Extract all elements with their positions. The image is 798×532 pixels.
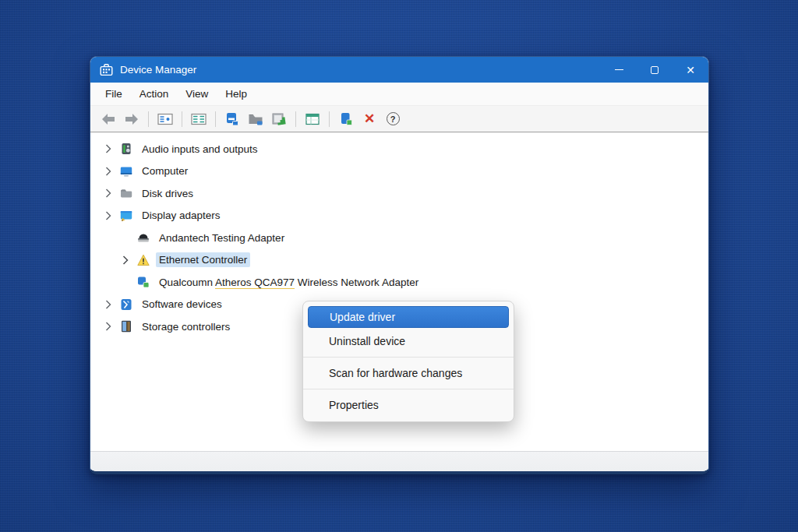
chevron-right-icon[interactable] bbox=[102, 188, 115, 198]
chevron-right-icon[interactable] bbox=[102, 322, 115, 331]
toolbar-separator bbox=[329, 111, 330, 127]
tree-item-disk-drives[interactable]: Disk drives bbox=[90, 182, 708, 205]
toolbar-separator bbox=[295, 111, 296, 127]
context-menu-item-update-driver[interactable]: Update driver bbox=[308, 306, 509, 328]
tree-item-label: Software devices bbox=[139, 297, 225, 312]
scan-hardware-icon bbox=[271, 111, 287, 127]
window-title: Device Manager bbox=[120, 64, 196, 76]
chevron-right-icon[interactable] bbox=[102, 211, 115, 220]
scan-hardware-button[interactable] bbox=[269, 109, 289, 129]
context-menu: Update driver Uninstall device Scan for … bbox=[302, 301, 514, 422]
uninstall-icon: ✕ bbox=[364, 112, 375, 125]
device-manager-icon bbox=[100, 63, 113, 76]
menu-view[interactable]: View bbox=[177, 85, 217, 103]
tree-item-andantech-adapter[interactable]: Andantech Testing Adapter bbox=[90, 227, 708, 249]
chevron-right-icon[interactable] bbox=[102, 167, 115, 176]
title-bar[interactable]: Device Manager ✕ bbox=[90, 57, 708, 83]
folder-icon bbox=[248, 111, 263, 127]
desktop-background: Device Manager ✕ File Action View Help bbox=[0, 0, 798, 532]
tree-item-label-selected: Ethernet Controller bbox=[156, 252, 250, 267]
context-menu-item-scan-hardware-changes[interactable]: Scan for hardware changes bbox=[308, 361, 509, 385]
computer-icon bbox=[224, 111, 240, 127]
display-adapter-icon bbox=[119, 210, 133, 222]
tree-item-qualcomm-wireless[interactable]: Qualcoumn Atheros QCA977 Wireless Networ… bbox=[90, 271, 708, 294]
menu-action[interactable]: Action bbox=[131, 85, 178, 103]
forward-icon bbox=[124, 111, 139, 127]
columns-icon bbox=[305, 111, 320, 127]
help-icon: ? bbox=[387, 112, 400, 125]
storage-controller-icon bbox=[119, 320, 133, 333]
folder-button[interactable] bbox=[245, 109, 266, 129]
tree-item-display-adapters[interactable]: Display adapters bbox=[90, 205, 708, 227]
close-button[interactable]: ✕ bbox=[673, 57, 708, 83]
update-driver-icon bbox=[338, 111, 354, 127]
help-button[interactable]: ? bbox=[383, 109, 403, 129]
tree-item-ethernet-controller[interactable]: Ethernet Controller bbox=[90, 249, 708, 272]
label-part-post: Wireless Network Adapter bbox=[295, 277, 418, 288]
chevron-right-icon[interactable] bbox=[102, 300, 115, 309]
columns-button[interactable] bbox=[302, 109, 323, 129]
list-view-button[interactable] bbox=[189, 109, 209, 129]
maximize-icon bbox=[651, 66, 659, 74]
forward-button[interactable] bbox=[122, 109, 142, 129]
tree-item-audio-inputs[interactable]: Audio inputs and outputs bbox=[90, 138, 708, 160]
toolbar-separator bbox=[148, 111, 149, 127]
adapter-icon bbox=[136, 231, 150, 244]
menu-help[interactable]: Help bbox=[217, 85, 256, 103]
chevron-right-icon[interactable] bbox=[102, 144, 115, 153]
network-adapter-icon bbox=[136, 276, 150, 288]
toolbar-separator bbox=[182, 111, 182, 127]
tree-item-label: Disk drives bbox=[139, 186, 196, 201]
tree-item-computer[interactable]: Computer bbox=[90, 160, 708, 183]
chevron-right-icon[interactable] bbox=[119, 255, 132, 265]
tree-item-label: Audio inputs and outputs bbox=[139, 142, 261, 157]
window-controls: ✕ bbox=[601, 57, 708, 83]
back-button[interactable] bbox=[98, 109, 118, 129]
menu-file[interactable]: File bbox=[97, 85, 131, 103]
list-view-icon bbox=[191, 111, 207, 127]
minimize-button[interactable] bbox=[601, 57, 637, 83]
computer-icon bbox=[119, 165, 133, 178]
show-console-tree-button[interactable] bbox=[155, 109, 175, 129]
tree-item-label: Computer bbox=[139, 164, 191, 178]
label-part-underlined: Atheros QCA977 bbox=[215, 277, 295, 289]
software-device-icon bbox=[119, 298, 133, 311]
label-part-pre: Qualcoumn bbox=[159, 277, 215, 288]
status-bar bbox=[90, 451, 708, 471]
show-console-tree-icon bbox=[157, 111, 173, 127]
warning-icon bbox=[136, 254, 150, 266]
context-menu-separator bbox=[303, 357, 514, 358]
maximize-button[interactable] bbox=[637, 57, 673, 83]
toolbar-separator bbox=[215, 111, 216, 127]
tree-item-label: Qualcoumn Atheros QCA977 Wireless Networ… bbox=[156, 275, 422, 290]
disk-drive-icon bbox=[119, 187, 133, 199]
close-icon: ✕ bbox=[686, 65, 695, 76]
menu-bar: File Action View Help bbox=[90, 83, 708, 106]
context-menu-item-properties[interactable]: Properties bbox=[308, 393, 509, 417]
update-driver-button[interactable] bbox=[336, 109, 356, 129]
context-menu-item-uninstall-device[interactable]: Uninstall device bbox=[308, 329, 509, 353]
back-icon bbox=[101, 111, 116, 127]
tree-item-label: Storage controllers bbox=[139, 319, 233, 334]
tree-item-label: Display adapters bbox=[139, 208, 224, 223]
audio-device-icon bbox=[119, 143, 133, 155]
minimize-icon bbox=[615, 69, 623, 70]
tree-item-label: Andantech Testing Adapter bbox=[156, 231, 288, 245]
uninstall-device-button[interactable]: ✕ bbox=[359, 109, 380, 129]
computer-button[interactable] bbox=[222, 109, 242, 129]
toolbar: ✕ ? bbox=[90, 106, 708, 132]
context-menu-separator bbox=[303, 389, 514, 389]
